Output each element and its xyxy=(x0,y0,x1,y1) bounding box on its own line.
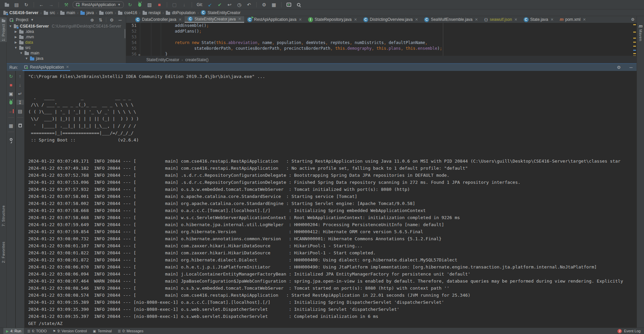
tree-item-java[interactable]: ▼java xyxy=(7,56,126,61)
collapse-arrow-icon[interactable]: ▼ xyxy=(25,57,28,60)
event-log-button[interactable]: 2 Event Log xyxy=(617,329,641,333)
camera-icon[interactable]: ▣ xyxy=(7,91,15,96)
error-stripe-mark[interactable] xyxy=(633,24,636,25)
close-icon[interactable]: ✕ xyxy=(66,65,69,69)
gear-icon[interactable]: ⚙ xyxy=(109,17,115,23)
project-panel-title[interactable]: Project xyxy=(16,17,28,22)
collapse-arrow-icon[interactable]: ▼ xyxy=(9,25,12,28)
git-commit-icon[interactable]: ✔ xyxy=(216,1,223,8)
exit-icon[interactable]: → xyxy=(7,109,15,114)
error-stripe[interactable] xyxy=(632,23,637,56)
error-stripe-mark[interactable] xyxy=(633,38,636,39)
debug-icon[interactable] xyxy=(137,1,143,8)
collapse-arrow-icon[interactable]: ▼ xyxy=(20,51,23,55)
up-stack-icon[interactable]: ↑ xyxy=(16,74,24,79)
project-scrollbar[interactable] xyxy=(124,29,125,38)
run-config-select[interactable]: RestApiApplication▼ xyxy=(73,1,124,8)
error-stripe-mark[interactable] xyxy=(633,50,636,51)
git-cherry-pick-icon[interactable]: ↩ xyxy=(226,1,233,8)
coverage-icon[interactable]: ▧ xyxy=(146,1,153,8)
close-icon[interactable]: ✕ xyxy=(475,17,478,22)
locate-file-icon[interactable]: ⊕ xyxy=(89,17,95,23)
statusbar-terminal[interactable]: ▣Terminal xyxy=(90,328,114,334)
fold-icon[interactable]: ⊖ xyxy=(139,52,140,56)
breadcrumb-item[interactable]: com xyxy=(99,10,113,15)
tree-item-idea[interactable]: ▶.idea xyxy=(7,29,126,34)
breadcrumb-item[interactable]: java xyxy=(80,10,94,15)
tab-Statejava[interactable]: CState.java✕ xyxy=(521,16,557,23)
statusbar-messages[interactable]: ☰0: Messages xyxy=(115,328,146,334)
close-icon[interactable]: ✕ xyxy=(583,17,586,22)
close-icon[interactable]: ✕ xyxy=(299,17,302,22)
tab-StateEntityCreatorjava[interactable]: CStateEntityCreator.java✕ xyxy=(185,16,244,23)
stop-icon[interactable]: ■ xyxy=(7,82,15,87)
run-anything-icon[interactable]: ▶ xyxy=(286,1,292,8)
stop-icon[interactable]: ■ xyxy=(156,1,163,8)
breadcrumb-item[interactable]: CSE416-Server xyxy=(3,10,38,15)
statusbar-todo[interactable]: ☰6: TODO xyxy=(25,328,49,334)
close-icon[interactable]: ✕ xyxy=(179,17,182,22)
tree-item-mvn[interactable]: ▶.mvn xyxy=(7,34,126,40)
chevron-down-icon[interactable]: ▼ xyxy=(31,18,34,22)
project-structure-icon[interactable]: ▦ xyxy=(270,1,277,8)
line-number[interactable]: 52 xyxy=(126,29,140,34)
line-number[interactable]: 56⊖ xyxy=(126,51,140,56)
tab-pomxml[interactable]: mpom.xml✕ xyxy=(557,16,589,23)
clear-all-icon[interactable] xyxy=(16,123,24,128)
close-icon[interactable]: ✕ xyxy=(238,17,241,21)
statusbar-versioncontrol[interactable]: ⚑9: Version Control xyxy=(50,328,89,334)
rerun-icon[interactable]: ↻ xyxy=(7,74,15,79)
close-icon[interactable]: ✕ xyxy=(514,17,517,22)
open-icon[interactable] xyxy=(3,1,10,8)
close-icon[interactable]: ✕ xyxy=(354,17,357,22)
expand-arrow-icon[interactable]: ▶ xyxy=(14,30,17,33)
breadcrumb-item[interactable]: dbPopulation xyxy=(166,10,195,15)
sidebar-item-project[interactable]: 1: Project xyxy=(0,17,7,42)
forward-icon[interactable]: → xyxy=(48,1,54,8)
tree-item-data[interactable]: ▶data xyxy=(7,40,126,45)
code-editor[interactable]: 51 addEnsemble();52 addPlans();5354 retu… xyxy=(126,23,637,56)
down-stack-icon[interactable]: ↓ xyxy=(16,82,24,87)
pin-icon[interactable] xyxy=(7,137,15,142)
collapse-all-icon[interactable]: ⇅ xyxy=(98,17,104,23)
scroll-to-end-icon[interactable]: ↧ xyxy=(16,100,24,105)
tab-DataControllerjava[interactable]: CDataController.java✕ xyxy=(132,16,185,23)
statusbar-run[interactable]: ▶4: Run xyxy=(3,328,24,334)
tree-item-src[interactable]: ▼src xyxy=(7,45,126,50)
gear-icon[interactable]: ⚙ xyxy=(617,65,621,70)
error-stripe-mark[interactable] xyxy=(633,53,636,54)
breadcrumb-method[interactable]: createState() xyxy=(185,57,209,62)
tab-StateRepositoryjava[interactable]: IStateRepository.java✕ xyxy=(305,16,360,23)
package-icon[interactable]: ↓ xyxy=(181,1,188,8)
tree-item-main[interactable]: ▼main xyxy=(7,50,126,56)
breadcrumb-item[interactable]: restapi xyxy=(143,10,161,15)
error-stripe-mark[interactable] xyxy=(633,32,636,33)
run-icon[interactable]: ↻ xyxy=(127,1,134,8)
hide-panel-icon[interactable]: ─ xyxy=(630,65,633,70)
tab-options-icon[interactable]: ⚙ xyxy=(631,17,635,22)
restore-layout-icon[interactable]: ▦ xyxy=(7,123,15,128)
collapse-arrow-icon[interactable]: ▼ xyxy=(14,46,17,49)
breadcrumb-class[interactable]: StateEntityCreator xyxy=(146,57,179,62)
close-icon[interactable]: ✕ xyxy=(415,17,418,22)
tab-RestApiApplicationjava[interactable]: C▶RestApiApplication.java✕ xyxy=(244,16,305,23)
console-output[interactable]: "C:\Program Files\JetBrains\IntelliJ IDE… xyxy=(25,71,637,328)
breadcrumb-item[interactable]: main xyxy=(60,10,75,15)
build-hammer-icon[interactable]: ⚒ xyxy=(63,1,70,8)
back-icon[interactable]: ← xyxy=(38,1,45,8)
settings-wrench-icon[interactable]: ⚙ xyxy=(261,1,267,8)
hide-panel-icon[interactable]: ─ xyxy=(117,17,123,23)
attach-debugger-icon[interactable] xyxy=(7,100,15,105)
print-icon[interactable]: ▤ xyxy=(16,109,24,114)
history-icon[interactable]: ◷ xyxy=(236,1,242,8)
line-number[interactable]: 55 xyxy=(126,46,140,51)
git-update-icon[interactable]: ↙ xyxy=(206,1,213,8)
breadcrumb-item[interactable]: cse416 xyxy=(118,10,137,15)
revert-icon[interactable]: ↶ xyxy=(245,1,252,8)
tab-seawulfjson[interactable]: {}seawulf.json✕ xyxy=(481,16,520,23)
sidebar-item-favorites[interactable]: 2: Favorites xyxy=(0,241,7,264)
run-tab[interactable]: RestApiApplication ✕ xyxy=(23,64,70,71)
line-number[interactable]: 51 xyxy=(126,23,140,29)
tab-SeaWulfEnsemblejava[interactable]: CSeaWulfEnsemble.java✕ xyxy=(421,16,481,23)
breadcrumb-item[interactable]: src xyxy=(44,10,55,15)
